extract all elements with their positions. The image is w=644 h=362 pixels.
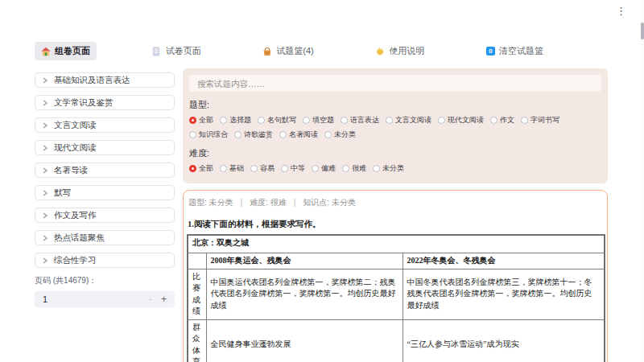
category-accordion-item[interactable]: 作文及写作 (35, 208, 175, 223)
radio-label: 语言表达 (350, 115, 379, 125)
zero-badge-icon: 0 (486, 47, 495, 56)
main-content: 题型: 全部 选择题 名句默写 (183, 68, 608, 362)
chevron-right-icon (43, 235, 47, 241)
header-cell: 2008年奥运会、残奥会 (206, 253, 402, 269)
radio-label: 全部 (199, 163, 213, 174)
radio-label: 很难 (352, 163, 366, 174)
radio-dot-icon (234, 131, 242, 138)
question-type-radio[interactable]: 知识综合 (189, 130, 228, 140)
chevron-right-icon (43, 100, 47, 106)
category-accordion-item[interactable]: 默写 (35, 185, 175, 200)
question-type-options: 全部 选择题 名句默写 填空题 (189, 115, 601, 140)
radio-dot-icon (490, 117, 497, 124)
increment-button[interactable]: + (161, 294, 167, 304)
table-caption: 北京：双奥之城 (188, 235, 605, 253)
category-accordion-item[interactable]: 热点话题聚焦 (35, 230, 175, 245)
radio-dot-icon (189, 131, 196, 138)
radio-dot-icon (521, 117, 528, 124)
radio-label: 字词书写 (530, 115, 559, 125)
question-type-radio[interactable]: 语言表达 (341, 115, 379, 125)
top-tab-bar: 组卷页面 试卷页面 试题篮(4) 使用说明 0 清空试题篮 (35, 42, 550, 60)
category-accordion-item[interactable]: 现代文阅读 (35, 140, 175, 155)
decrement-button[interactable]: - (149, 294, 152, 304)
radio-label: 中等 (291, 163, 305, 174)
page: ⋮ 组卷页面 试卷页面 试题篮(4) 使用说明 (0, 0, 644, 362)
page-number-input[interactable] (43, 294, 91, 304)
difficulty-radio[interactable]: 未分类 (373, 163, 404, 174)
radio-dot-icon (189, 165, 196, 172)
question-type-radio[interactable]: 作文 (490, 115, 514, 125)
question-type-radio[interactable]: 字词书写 (521, 115, 559, 125)
radio-label: 文言文阅读 (395, 115, 431, 125)
radio-dot-icon (220, 165, 227, 172)
radio-label: 现代文阅读 (448, 115, 484, 125)
chevron-right-icon (43, 167, 47, 174)
question-type-radio[interactable]: 名著阅读 (279, 130, 318, 140)
browser-more-menu-icon[interactable]: ⋮ (616, 6, 626, 16)
category-accordion-item[interactable]: 文言文阅读 (35, 117, 175, 133)
tab-usage-instructions[interactable]: 使用说明 (369, 42, 431, 60)
hand-icon (375, 47, 385, 56)
category-label: 文言文阅读 (54, 120, 97, 131)
page-number-stepper: - + (35, 291, 175, 307)
radio-label: 选择题 (229, 115, 251, 125)
meta-separator: | (294, 198, 296, 207)
category-accordion-item[interactable]: 综合性学习 (35, 253, 175, 268)
radio-label: 知识综合 (199, 130, 228, 140)
tab-question-basket[interactable]: 试题篮(4) (256, 42, 320, 60)
question-type-radio[interactable]: 选择题 (220, 115, 251, 125)
question-type-label: 题型: (189, 99, 601, 111)
question-type-radio[interactable]: 现代文阅读 (438, 115, 484, 125)
category-accordion-item[interactable]: 基础知识及语言表达 (35, 72, 175, 88)
meta-difficulty: 难度: 很难 (250, 198, 287, 207)
question-type-radio[interactable]: 文言文阅读 (386, 115, 431, 125)
question-type-radio[interactable]: 未分类 (324, 130, 356, 140)
question-type-radio[interactable]: 全部 (189, 115, 213, 125)
radio-dot-icon (342, 165, 349, 172)
tab-label: 使用说明 (389, 45, 424, 57)
tab-clear-basket[interactable]: 0 清空试题篮 (480, 42, 550, 60)
radio-label: 填空题 (312, 115, 334, 125)
difficulty-radio[interactable]: 基础 (220, 163, 244, 174)
row-cell-2008: 全民健身事业蓬勃发展 (206, 319, 402, 362)
category-accordion-item[interactable]: 文学常识及鉴赏 (35, 95, 175, 110)
radio-dot-icon (324, 131, 332, 138)
tab-paper-page[interactable]: 试卷页面 (146, 42, 208, 60)
radio-label: 全部 (199, 115, 213, 125)
question-type-radio[interactable]: 名句默写 (258, 115, 296, 125)
difficulty-label: 难度: (189, 147, 601, 159)
scrollbar-thumb[interactable] (641, 23, 644, 39)
table-row: 群众体育 全民健身事业蓬勃发展 “三亿人参与冰雪运动”成为现实 (188, 319, 605, 362)
difficulty-radio[interactable]: 中等 (281, 163, 305, 174)
chevron-right-icon (43, 145, 47, 151)
category-label: 基础知识及语言表达 (54, 75, 130, 86)
radio-label: 偏难 (321, 163, 336, 174)
tab-label: 组卷页面 (55, 45, 90, 57)
row-label-cell: 比赛成绩 (188, 269, 206, 319)
row-cell-2022: 中国冬奥代表团名列金牌榜第三，奖牌榜第十一；冬残奥代表团名列金牌榜第一，奖牌榜第… (402, 269, 605, 319)
difficulty-radio[interactable]: 全部 (189, 163, 213, 174)
difficulty-radio[interactable]: 偏难 (312, 163, 336, 174)
question-title: 1.阅读下面的材料，根据要求写作。 (186, 219, 600, 230)
difficulty-options: 全部 基础 容易 中等 (189, 163, 601, 174)
tab-assemble-paper[interactable]: 组卷页面 (35, 42, 97, 60)
radio-label: 名著阅读 (289, 130, 318, 140)
difficulty-radio[interactable]: 容易 (250, 163, 275, 174)
question-type-radio[interactable]: 诗歌鉴赏 (234, 130, 273, 140)
radio-dot-icon (386, 117, 393, 124)
category-accordion-item[interactable]: 名著导读 (35, 162, 175, 178)
category-label: 综合性学习 (54, 255, 97, 266)
header-cell: 2022年冬奥会、冬残奥会 (402, 253, 605, 269)
radio-dot-icon (189, 117, 196, 124)
difficulty-radio[interactable]: 很难 (342, 163, 366, 174)
tab-label: 试题篮(4) (276, 45, 313, 57)
table-header-row: 2008年奥运会、残奥会 2022年冬奥会、冬残奥会 (188, 253, 605, 269)
scrollbar-track[interactable] (640, 0, 644, 362)
radio-dot-icon (303, 117, 310, 124)
table-caption-row: 北京：双奥之城 (188, 235, 605, 253)
question-type-radio[interactable]: 填空题 (303, 115, 334, 125)
search-input[interactable] (189, 75, 601, 92)
category-label: 热点话题聚焦 (54, 232, 105, 244)
meta-knowledge: 知识点: 未分类 (303, 198, 356, 207)
radio-label: 容易 (260, 163, 275, 174)
